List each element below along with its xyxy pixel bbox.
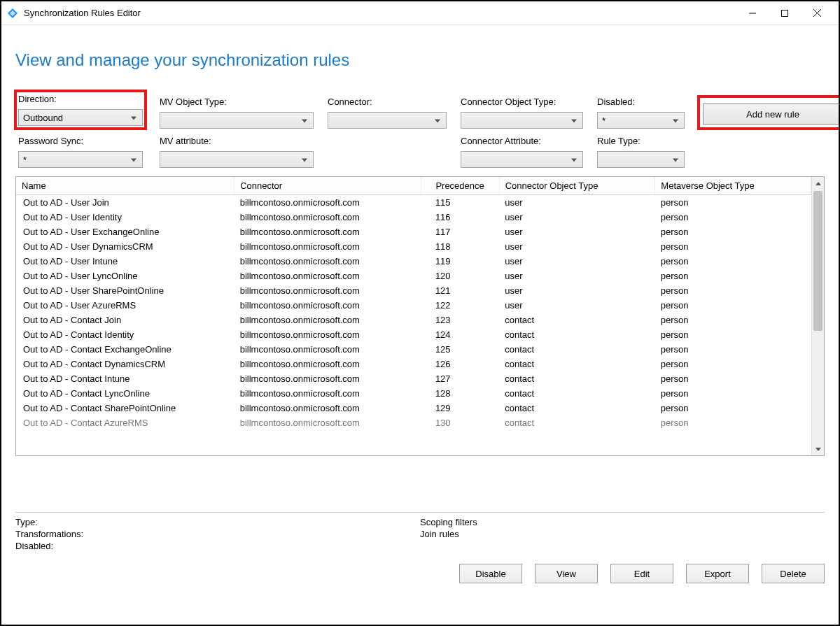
cell-precedence: 130 <box>421 415 499 430</box>
connattr-combo[interactable] <box>461 151 583 168</box>
app-icon <box>7 8 18 19</box>
cell-connector: billmcontoso.onmicrosoft.com <box>234 327 421 342</box>
cell-connector: billmcontoso.onmicrosoft.com <box>234 298 421 313</box>
cell-precedence: 129 <box>421 401 499 415</box>
pwd-combo[interactable]: * <box>18 151 143 168</box>
cell-mvot: person <box>655 357 811 371</box>
cell-connector: billmcontoso.onmicrosoft.com <box>234 386 421 401</box>
disable-button[interactable]: Disable <box>459 564 522 583</box>
cell-cot: contact <box>499 401 655 415</box>
cell-cot: contact <box>499 313 655 327</box>
maximize-button[interactable] <box>769 3 801 24</box>
connobj-combo[interactable] <box>461 112 583 129</box>
table-row[interactable]: Out to AD - Contact ExchangeOnlinebillmc… <box>16 342 811 357</box>
table-row[interactable]: Out to AD - Contact DynamicsCRMbillmcont… <box>16 357 811 371</box>
titlebar: Synchronization Rules Editor <box>1 1 839 25</box>
table-row[interactable]: Out to AD - User ExchangeOnlinebillmcont… <box>16 225 811 239</box>
scroll-thumb[interactable] <box>813 191 822 331</box>
table-row[interactable]: Out to AD - Contact Identitybillmcontoso… <box>16 327 811 342</box>
table-row[interactable]: Out to AD - User AzureRMSbillmcontoso.on… <box>16 298 811 313</box>
cell-precedence: 127 <box>421 371 499 386</box>
minimize-button[interactable] <box>736 3 769 24</box>
table-row[interactable]: Out to AD - User Identitybillmcontoso.on… <box>16 210 811 225</box>
cell-connector: billmcontoso.onmicrosoft.com <box>234 342 421 357</box>
cell-name: Out to AD - Contact SharePointOnline <box>16 401 234 415</box>
add-new-rule-button[interactable]: Add new rule <box>703 104 839 125</box>
cell-cot: user <box>499 225 655 239</box>
cell-connector: billmcontoso.onmicrosoft.com <box>234 313 421 327</box>
detail-scoping: Scoping filters <box>420 517 825 527</box>
cell-cot: user <box>499 195 655 211</box>
disabled-label: Disabled: <box>597 97 685 109</box>
table-row[interactable]: Out to AD - Contact SharePointOnlinebill… <box>16 401 811 415</box>
table-row[interactable]: Out to AD - User Intunebillmcontoso.onmi… <box>16 254 811 269</box>
cell-cot: user <box>499 298 655 313</box>
scroll-up-icon[interactable] <box>812 177 824 190</box>
svg-rect-3 <box>782 10 788 16</box>
header-cot[interactable]: Connector Object Type <box>499 177 655 195</box>
disabled-combo[interactable]: * <box>597 112 685 129</box>
cell-name: Out to AD - User DynamicsCRM <box>16 239 234 254</box>
connector-combo[interactable] <box>328 112 447 129</box>
cell-mvot: person <box>655 386 811 401</box>
filter-direction-group: Direction: Outbound <box>15 91 146 129</box>
rules-table-wrap: Name Connector Precedence Connector Obje… <box>15 176 825 456</box>
export-button[interactable]: Export <box>686 564 749 583</box>
connattr-label: Connector Attribute: <box>461 136 583 148</box>
cell-name: Out to AD - User Identity <box>16 210 234 225</box>
mvattr-label: MV attribute: <box>160 136 314 148</box>
table-row[interactable]: Out to AD - Contact LyncOnlinebillmconto… <box>16 386 811 401</box>
cell-name: Out to AD - Contact Intune <box>16 371 234 386</box>
cell-mvot: person <box>655 283 811 298</box>
cell-cot: user <box>499 239 655 254</box>
mvobj-combo[interactable] <box>160 112 314 129</box>
scroll-down-icon[interactable] <box>812 443 824 455</box>
cell-name: Out to AD - User SharePointOnline <box>16 283 234 298</box>
table-row[interactable]: Out to AD - User DynamicsCRMbillmcontoso… <box>16 239 811 254</box>
cell-mvot: person <box>655 415 811 430</box>
cell-cot: user <box>499 254 655 269</box>
delete-button[interactable]: Delete <box>762 564 825 583</box>
direction-combo[interactable]: Outbound <box>18 109 143 126</box>
connobj-label: Connector Object Type: <box>461 97 583 109</box>
table-row[interactable]: Out to AD - Contact AzureRMSbillmcontoso… <box>16 415 811 430</box>
filter-disabled-group: Disabled: * <box>597 97 685 129</box>
cell-name: Out to AD - User AzureRMS <box>16 298 234 313</box>
table-row[interactable]: Out to AD - Contact Intunebillmcontoso.o… <box>16 371 811 386</box>
cell-precedence: 119 <box>421 254 499 269</box>
cell-connector: billmcontoso.onmicrosoft.com <box>234 225 421 239</box>
filter-mvobj-group: MV Object Type: <box>160 97 314 129</box>
filter-row-1: Direction: Outbound MV Object Type: Conn… <box>15 91 825 129</box>
cell-mvot: person <box>655 401 811 415</box>
table-row[interactable]: Out to AD - Contact Joinbillmcontoso.onm… <box>16 313 811 327</box>
disabled-value: * <box>602 115 606 126</box>
detail-transformations: Transformations: <box>15 529 420 539</box>
content: View and manage your synchronization rul… <box>1 25 839 625</box>
cell-precedence: 120 <box>421 269 499 283</box>
filter-connector-group: Connector: <box>328 97 447 129</box>
rules-table-scroll[interactable]: Name Connector Precedence Connector Obje… <box>16 177 811 455</box>
header-name[interactable]: Name <box>16 177 234 195</box>
view-button[interactable]: View <box>535 564 598 583</box>
header-precedence[interactable]: Precedence <box>421 177 499 195</box>
cell-name: Out to AD - Contact DynamicsCRM <box>16 357 234 371</box>
detail-disabled: Disabled: <box>15 541 420 551</box>
cell-precedence: 117 <box>421 225 499 239</box>
table-header-row: Name Connector Precedence Connector Obje… <box>16 177 811 195</box>
mvattr-combo[interactable] <box>160 151 314 168</box>
filter-row-2: Password Sync: * MV attribute: Con <box>15 136 825 168</box>
close-button[interactable] <box>801 3 833 24</box>
table-row[interactable]: Out to AD - User Joinbillmcontoso.onmicr… <box>16 195 811 211</box>
table-row[interactable]: Out to AD - User SharePointOnlinebillmco… <box>16 283 811 298</box>
header-connector[interactable]: Connector <box>234 177 421 195</box>
ruletype-combo[interactable] <box>597 151 685 168</box>
cell-name: Out to AD - Contact Join <box>16 313 234 327</box>
cell-cot: user <box>499 210 655 225</box>
cell-name: Out to AD - User Join <box>16 195 234 211</box>
table-row[interactable]: Out to AD - User LyncOnlinebillmcontoso.… <box>16 269 811 283</box>
header-mvot[interactable]: Metaverse Object Type <box>655 177 811 195</box>
detail-type: Type: <box>15 517 420 527</box>
vertical-scrollbar[interactable] <box>811 177 824 455</box>
edit-button[interactable]: Edit <box>610 564 673 583</box>
cell-cot: contact <box>499 342 655 357</box>
